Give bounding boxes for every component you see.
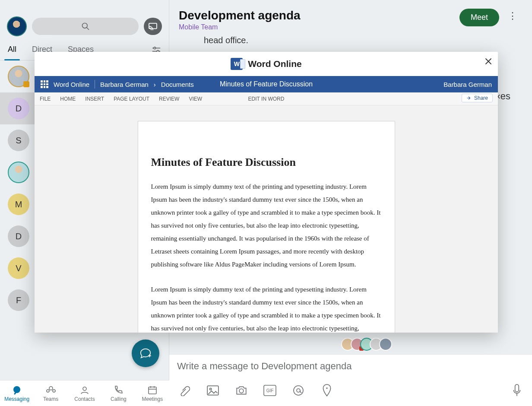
close-icon <box>485 58 492 65</box>
close-button[interactable] <box>485 58 492 65</box>
ribbon-tab-page-layout[interactable]: PAGE LAYOUT <box>114 96 149 102</box>
document-canvas[interactable]: Minutes of Feature Discussion Lorem Ipsu… <box>35 105 498 333</box>
app-launcher-button[interactable] <box>41 80 48 88</box>
share-button[interactable]: Share <box>462 94 493 102</box>
document-title[interactable]: Minutes of Feature Discussion <box>220 80 313 88</box>
document-page[interactable]: Minutes of Feature Discussion Lorem Ipsu… <box>138 121 395 333</box>
document-para-2[interactable]: Lorem Ipsum is simply dummy text of the … <box>151 283 382 333</box>
share-label: Share <box>474 95 488 101</box>
modal-app-name: Word Online <box>248 59 301 69</box>
ribbon-tab-home[interactable]: HOME <box>60 96 76 102</box>
breadcrumb-bar: Word Online Barbara German › Documents M… <box>35 76 498 92</box>
modal-overlay: W Word Online Word Online Barbara German… <box>0 0 532 406</box>
document-para-1[interactable]: Lorem Ipsum is simply dummy text of the … <box>151 180 382 271</box>
ribbon-tab-review[interactable]: REVIEW <box>159 96 179 102</box>
signed-in-user[interactable]: Barbara German <box>443 81 492 88</box>
ribbon-tab-insert[interactable]: INSERT <box>85 96 104 102</box>
ribbon-tabs: FILEHOMEINSERTPAGE LAYOUTREVIEWVIEW EDIT… <box>35 92 498 105</box>
edit-in-word-button[interactable]: EDIT IN WORD <box>248 96 285 102</box>
word-app-icon: W <box>231 58 243 70</box>
app-home-link[interactable]: Word Online <box>54 81 89 88</box>
modal-titlebar: W Word Online <box>35 52 498 76</box>
breadcrumb-location[interactable]: Documents <box>161 81 194 88</box>
ribbon-tab-view[interactable]: VIEW <box>189 96 202 102</box>
breadcrumb-user[interactable]: Barbara German <box>100 81 149 88</box>
share-icon <box>466 95 472 101</box>
word-online-modal: W Word Online Word Online Barbara German… <box>35 52 498 333</box>
chevron-right-icon: › <box>154 81 156 88</box>
ribbon-tab-file[interactable]: FILE <box>40 96 51 102</box>
document-heading[interactable]: Minutes of Feature Discussion <box>151 156 382 169</box>
